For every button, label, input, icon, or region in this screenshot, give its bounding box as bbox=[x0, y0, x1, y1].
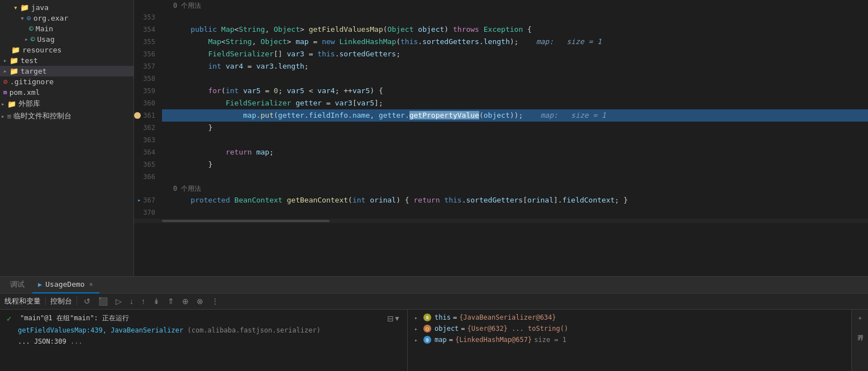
code-editor: 0 个用法 353 354 public Map<String, Object>… bbox=[134, 0, 868, 276]
var-item-map[interactable]: ▸ ≡ map = {LinkedHashMap@657} size = 1 bbox=[408, 334, 851, 345]
sidebar-item-temp[interactable]: ▸ ≡ 临时文件和控制台 bbox=[0, 110, 133, 122]
dropdown-button[interactable]: ▼ bbox=[394, 315, 400, 322]
variables-panel: ▸ ≡ this = {JavaBeanSerializer@634} ▸ ○ … bbox=[408, 310, 851, 371]
tab-usagedemo[interactable]: ▶ UsageDemo ✕ bbox=[32, 277, 99, 293]
line-number-363: 363 bbox=[134, 134, 162, 146]
right-sidebar: + 对齐 bbox=[851, 310, 868, 371]
gitignore-icon: ⊘ bbox=[3, 78, 8, 86]
toolbar-threads-label: 线程和变量 bbox=[4, 296, 41, 306]
chevron-down-icon: ▾ bbox=[13, 3, 18, 12]
class-icon: © bbox=[29, 25, 34, 33]
var-item-object[interactable]: ▸ ○ object = {User@632} ... toString() bbox=[408, 323, 851, 334]
frame-item-0[interactable]: getFieldValuesMap:439, JavaBeanSerialize… bbox=[0, 325, 407, 336]
add-button[interactable]: + bbox=[854, 312, 866, 325]
stop-button[interactable]: ⬛ bbox=[96, 296, 110, 307]
tab-close-button[interactable]: ✕ bbox=[88, 281, 94, 288]
var-eq-map: = bbox=[449, 336, 453, 344]
code-line-365: 365 } bbox=[134, 158, 868, 171]
line-number-359: 359 bbox=[134, 85, 162, 97]
line-content-364: return map; bbox=[162, 146, 868, 158]
line-content-365: } bbox=[162, 158, 868, 171]
toolbar-console-label: 控制台 bbox=[50, 296, 72, 306]
code-line-370: 370 bbox=[134, 206, 868, 219]
tab-debug[interactable]: 调试 bbox=[4, 277, 30, 293]
folder-icon: 📁 bbox=[9, 67, 18, 75]
bottom-content: ✓ "main"@1 在组"main": 正在运行 ⊟ ▼ getFieldVa… bbox=[0, 310, 868, 371]
step-into-button[interactable]: ↓ bbox=[127, 296, 136, 307]
sidebar-item-resources[interactable]: 📁 resources bbox=[0, 45, 133, 55]
sidebar-label-resources: resources bbox=[22, 46, 61, 54]
var-meta-map: size = 1 bbox=[534, 336, 566, 344]
line-content-359: for(int var5 = 0; var5 < var4; ++var5) { bbox=[162, 85, 868, 97]
debug-toolbar: 线程和变量 控制台 ↺ ⬛ ▷ ↓ ↑ ↡ ⇑ ⊕ ⊗ ⋮ bbox=[0, 293, 868, 310]
line-content-362: } bbox=[162, 122, 868, 134]
var-expand-object[interactable]: ▸ bbox=[414, 326, 423, 332]
usage-label-2: 0 个用法 bbox=[134, 183, 868, 194]
run-to-cursor-button[interactable]: ↡ bbox=[151, 296, 162, 307]
var-eq-this: = bbox=[453, 314, 457, 321]
sidebar-label-test: test bbox=[21, 56, 38, 65]
step-out-button[interactable]: ↑ bbox=[139, 296, 147, 307]
var-expand-map[interactable]: ▸ bbox=[414, 337, 423, 343]
sidebar-item-java[interactable]: ▾ 📁 java bbox=[0, 2, 133, 13]
xml-icon: m bbox=[3, 89, 7, 96]
sidebar-item-target[interactable]: ▸ 📁 target bbox=[0, 66, 133, 76]
line-number-362: 362 bbox=[134, 122, 162, 134]
sidebar-label-usag: Usag bbox=[37, 35, 54, 44]
thread-item[interactable]: ✓ "main"@1 在组"main": 正在运行 ⊟ ▼ bbox=[0, 312, 407, 325]
sidebar-item-org[interactable]: ▾ ⊙ org.exar bbox=[0, 13, 133, 23]
code-area: 0 个用法 353 354 public Map<String, Object>… bbox=[134, 0, 868, 223]
var-eq-object: = bbox=[461, 325, 465, 333]
evaluate-button[interactable]: ⊕ bbox=[180, 296, 191, 307]
code-line-357: 357 int var4 = var3.length; bbox=[134, 60, 868, 73]
filter-button[interactable]: ⊟ bbox=[387, 314, 394, 323]
step-out-alt-button[interactable]: ⇑ bbox=[165, 296, 177, 307]
folder-icon: 📁 bbox=[7, 100, 16, 108]
var-item-this[interactable]: ▸ ≡ this = {JavaBeanSerializer@634} bbox=[408, 312, 851, 323]
sidebar-label-org: org.exar bbox=[34, 14, 69, 22]
tab-usagedemo-label: UsageDemo bbox=[45, 280, 84, 288]
var-expand-this[interactable]: ▸ bbox=[414, 315, 423, 321]
sidebar-item-pom[interactable]: m pom.xml bbox=[0, 87, 133, 98]
horizontal-scrollbar[interactable] bbox=[162, 220, 330, 222]
package-icon: ⊙ bbox=[27, 14, 31, 22]
line-content-353 bbox=[162, 11, 868, 23]
line-content-360: FieldSerializer getter = var3[var5]; bbox=[162, 97, 868, 109]
code-line-367: ▸ 367 protected BeanContext getBeanConte… bbox=[134, 194, 868, 206]
chevron-down-icon: ▾ bbox=[20, 14, 25, 22]
code-line-356: 356 FieldSerializer[] var3 = this.sorted… bbox=[134, 48, 868, 60]
code-line-353: 353 bbox=[134, 11, 868, 23]
line-number-354: 354 bbox=[134, 23, 162, 36]
tab-icon: ▶ bbox=[38, 281, 42, 288]
sidebar-label-java: java bbox=[31, 3, 49, 12]
mute-button[interactable]: ⊗ bbox=[194, 296, 206, 307]
sidebar-item-gitignore[interactable]: ⊘ .gitignore bbox=[0, 76, 133, 87]
var-name-map: map bbox=[435, 336, 447, 344]
step-over-button[interactable]: ▷ bbox=[113, 296, 124, 307]
code-line-366: 366 bbox=[134, 171, 868, 183]
breakpoint-icon bbox=[134, 112, 141, 119]
folder-icon: 📁 bbox=[9, 56, 18, 65]
more-button[interactable]: ⋮ bbox=[209, 296, 221, 307]
line-number-365: 365 bbox=[134, 158, 162, 171]
thread-status-icon: ✓ bbox=[7, 314, 16, 323]
chevron-right-icon: ▸ bbox=[3, 68, 7, 75]
sidebar-label-gitignore: .gitignore bbox=[10, 78, 54, 86]
frame-item-1[interactable]: ... JSON:309 ... bbox=[0, 336, 407, 347]
align-button[interactable]: 对齐 bbox=[853, 325, 866, 334]
thread-label: "main"@1 在组"main": 正在运行 bbox=[20, 314, 129, 323]
code-line-359: 359 for(int var5 = 0; var5 < var4; ++var… bbox=[134, 85, 868, 97]
line-number-364: 364 bbox=[134, 146, 162, 158]
sidebar-item-main[interactable]: © Main bbox=[0, 23, 133, 34]
line-number-366: 366 bbox=[134, 171, 162, 183]
sidebar-item-test[interactable]: ▸ 📁 test bbox=[0, 55, 133, 66]
reload-button[interactable]: ↺ bbox=[82, 296, 93, 307]
sidebar-item-usag[interactable]: ▸ © Usag bbox=[0, 34, 133, 45]
sidebar-label-pom: pom.xml bbox=[9, 88, 40, 97]
line-content-355: Map<String, Object> map = new LinkedHash… bbox=[162, 36, 868, 48]
line-number-367: ▸ 367 bbox=[134, 194, 162, 206]
line-content-366 bbox=[162, 171, 868, 183]
sidebar-item-external-libs[interactable]: ▸ 📁 外部库 bbox=[0, 98, 133, 110]
tab-debug-label: 调试 bbox=[10, 280, 25, 290]
chevron-right-icon: ▸ bbox=[1, 100, 5, 108]
